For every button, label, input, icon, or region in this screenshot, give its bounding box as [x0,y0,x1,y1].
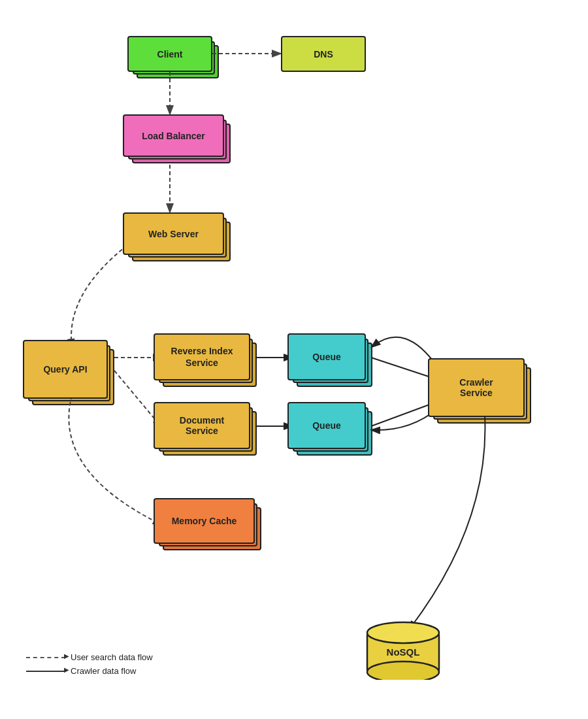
legend-solid-label: Crawler data flow [71,666,136,676]
documentservice-label: DocumentService [180,415,224,436]
loadbalancer-label: Load Balancer [142,131,204,141]
queryapi-label: Query API [43,364,87,375]
webserver-label: Web Server [148,229,199,239]
queue1-label: Queue [312,352,341,362]
reverseindex-node: Reverse IndexService [154,333,250,380]
queryapi-node: Query API [23,340,108,399]
diagram: Client DNS Load Balancer Web Server Quer… [0,0,588,719]
svg-point-13 [367,661,439,680]
webserver-node: Web Server [123,212,224,255]
svg-line-10 [371,402,436,426]
legend-dashed-item: User search data flow [26,652,153,662]
legend-solid-item: Crawler data flow [26,666,153,676]
queue2-node: Queue [287,402,366,449]
svg-point-12 [367,622,439,643]
nosql-cylinder: NoSQL [365,621,442,680]
legend: User search data flow Crawler data flow [26,652,153,680]
dns-label: DNS [314,49,333,59]
loadbalancer-node: Load Balancer [123,114,224,157]
legend-dashed-line [26,657,65,658]
nosql-node: NoSQL [365,621,442,680]
queue2-label: Queue [312,420,341,431]
queue1-node: Queue [287,333,366,380]
client-node: Client [127,36,212,72]
legend-dashed-label: User search data flow [71,652,153,662]
crawlerservice-label: CrawlerService [459,377,493,398]
dns-node: DNS [281,36,366,72]
memorycache-label: Memory Cache [172,516,237,526]
documentservice-node: DocumentService [154,402,250,449]
client-label: Client [157,49,183,59]
legend-solid-line [26,671,65,672]
memorycache-node: Memory Cache [154,498,255,544]
svg-text:NoSQL: NoSQL [387,646,420,658]
reverseindex-label: Reverse IndexService [171,345,233,369]
svg-line-9 [371,358,436,379]
crawlerservice-node: CrawlerService [428,358,525,417]
